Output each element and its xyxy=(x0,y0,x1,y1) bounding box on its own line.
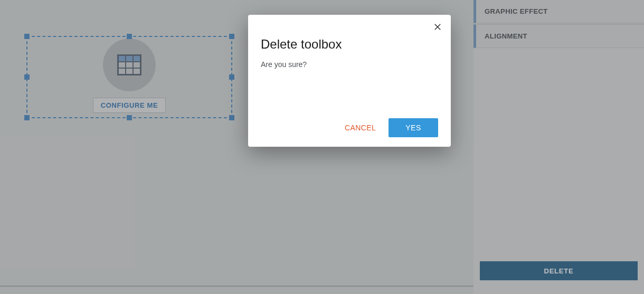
resize-handle-bottom-right[interactable] xyxy=(229,115,234,120)
accordion-graphic-effect[interactable]: GRAPHIC EFFECT xyxy=(473,0,644,23)
delete-confirm-dialog: Delete toolbox Are you sure? CANCEL YES xyxy=(248,15,451,147)
resize-handle-top-right[interactable] xyxy=(229,34,234,39)
accordion-alignment[interactable]: ALIGNMENT xyxy=(473,24,644,48)
toolbox-widget-placeholder xyxy=(103,39,156,91)
delete-button[interactable]: DELETE xyxy=(480,261,638,280)
resize-handle-bottom-left[interactable] xyxy=(24,115,30,120)
close-icon[interactable] xyxy=(433,22,443,33)
dialog-message: Are you sure? xyxy=(261,60,438,69)
resize-handle-middle-right[interactable] xyxy=(229,74,234,80)
configure-me-button[interactable]: CONFIGURE ME xyxy=(93,98,166,113)
selected-widget-frame[interactable]: CONFIGURE ME xyxy=(26,36,232,118)
resize-handle-top-center[interactable] xyxy=(127,34,132,39)
resize-handle-middle-left[interactable] xyxy=(24,74,30,80)
confirm-yes-button[interactable]: YES xyxy=(389,118,438,137)
properties-sidebar: GRAPHIC EFFECT ALIGNMENT DELETE xyxy=(473,0,644,294)
table-grid-icon xyxy=(117,54,141,75)
resize-handle-bottom-center[interactable] xyxy=(127,115,132,120)
resize-handle-top-left[interactable] xyxy=(24,34,30,39)
cancel-button[interactable]: CANCEL xyxy=(343,118,378,137)
canvas-divider xyxy=(0,286,473,287)
dialog-title: Delete toolbox xyxy=(261,37,438,52)
dialog-actions: CANCEL YES xyxy=(261,118,438,137)
